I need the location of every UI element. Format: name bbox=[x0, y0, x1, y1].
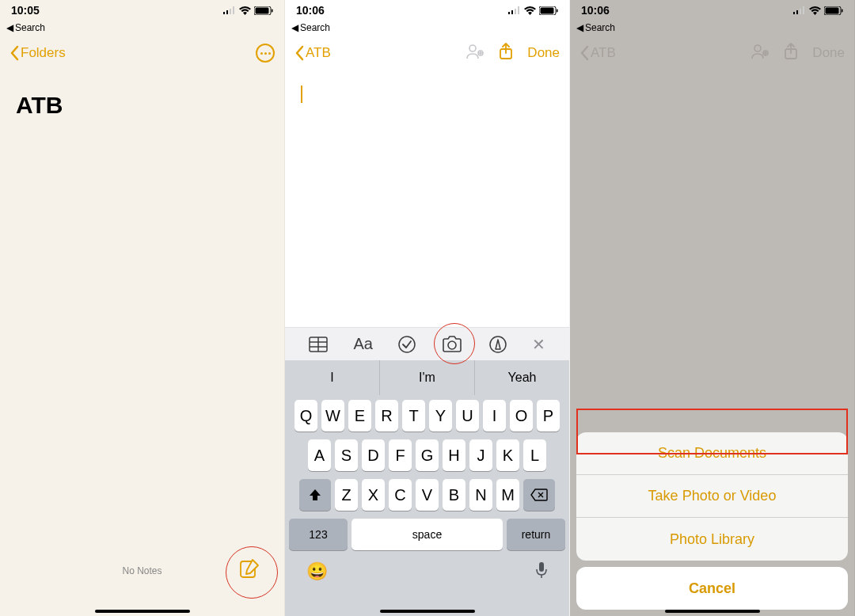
back-to-search[interactable]: ◀ Search bbox=[0, 21, 284, 36]
key-k[interactable]: K bbox=[496, 439, 519, 471]
key-n[interactable]: N bbox=[469, 479, 492, 511]
action-sheet-group: Scan Documents Take Photo or Video Photo… bbox=[576, 432, 848, 561]
key-z[interactable]: Z bbox=[335, 479, 358, 511]
key-t[interactable]: T bbox=[402, 400, 425, 432]
key-s[interactable]: S bbox=[335, 439, 358, 471]
svg-rect-27 bbox=[793, 12, 795, 14]
table-icon[interactable] bbox=[309, 337, 328, 352]
svg-point-15 bbox=[469, 45, 476, 51]
key-e[interactable]: E bbox=[348, 400, 371, 432]
nav-bar: ATB Done bbox=[285, 36, 569, 70]
key-m[interactable]: M bbox=[496, 479, 519, 511]
back-label: Search bbox=[15, 22, 45, 33]
back-triangle-icon: ◀ bbox=[291, 22, 298, 33]
key-c[interactable]: C bbox=[389, 479, 412, 511]
svg-rect-33 bbox=[842, 9, 843, 12]
more-button[interactable] bbox=[256, 44, 275, 63]
chevron-left-icon bbox=[580, 45, 589, 61]
status-bar: 10:06 bbox=[570, 0, 854, 21]
svg-rect-30 bbox=[803, 6, 804, 14]
nav-back-button: ATB bbox=[580, 45, 616, 61]
key-h[interactable]: H bbox=[443, 439, 466, 471]
key-x[interactable]: X bbox=[362, 479, 385, 511]
back-label: Search bbox=[585, 22, 615, 33]
svg-point-22 bbox=[399, 337, 415, 352]
key-r[interactable]: R bbox=[375, 400, 398, 432]
cellular-icon bbox=[793, 6, 806, 14]
camera-icon[interactable] bbox=[441, 336, 463, 353]
keyboard-row-1: Q W E R T Y U I O P bbox=[287, 400, 567, 432]
suggestion-2[interactable]: I'm bbox=[380, 360, 475, 395]
done-button[interactable]: Done bbox=[527, 45, 560, 61]
key-w[interactable]: W bbox=[321, 400, 344, 432]
scan-documents-button[interactable]: Scan Documents bbox=[576, 432, 848, 475]
key-v[interactable]: V bbox=[416, 479, 439, 511]
key-d[interactable]: D bbox=[362, 439, 385, 471]
key-g[interactable]: G bbox=[416, 439, 439, 471]
compose-button[interactable] bbox=[230, 549, 268, 587]
key-p[interactable]: P bbox=[537, 400, 560, 432]
svg-point-24 bbox=[490, 337, 506, 352]
cancel-button[interactable]: Cancel bbox=[576, 567, 848, 610]
nav-back-button[interactable]: Folders bbox=[10, 45, 66, 61]
wifi-icon bbox=[239, 6, 251, 15]
collaborate-icon bbox=[750, 44, 770, 63]
status-bar: 10:05 bbox=[0, 0, 284, 21]
nav-back-button[interactable]: ATB bbox=[294, 45, 331, 61]
take-photo-button[interactable]: Take Photo or Video bbox=[576, 475, 848, 518]
svg-rect-5 bbox=[256, 7, 269, 13]
key-l[interactable]: L bbox=[523, 439, 546, 471]
keyboard-suggestions: I I'm Yeah bbox=[285, 360, 569, 395]
status-icons bbox=[793, 6, 843, 15]
keyboard: Q W E R T Y U I O P A S D F G H J K L Z … bbox=[285, 395, 569, 616]
note-editor[interactable] bbox=[285, 70, 569, 323]
battery-icon bbox=[539, 6, 558, 15]
home-indicator[interactable] bbox=[665, 610, 760, 613]
checklist-icon[interactable] bbox=[398, 336, 416, 353]
key-b[interactable]: B bbox=[443, 479, 466, 511]
format-icon[interactable]: Aa bbox=[353, 335, 372, 353]
markup-icon[interactable] bbox=[489, 336, 507, 353]
key-o[interactable]: O bbox=[510, 400, 533, 432]
status-time: 10:06 bbox=[296, 4, 325, 17]
key-backspace[interactable] bbox=[523, 479, 555, 511]
battery-icon bbox=[824, 6, 843, 15]
key-q[interactable]: Q bbox=[294, 400, 317, 432]
back-to-search[interactable]: ◀ Search bbox=[285, 21, 569, 36]
share-icon[interactable] bbox=[499, 43, 513, 63]
emoji-button[interactable]: 😀 bbox=[306, 561, 328, 584]
key-i[interactable]: I bbox=[483, 400, 506, 432]
key-shift[interactable] bbox=[299, 479, 331, 511]
key-numbers[interactable]: 123 bbox=[289, 519, 348, 550]
photo-library-button[interactable]: Photo Library bbox=[576, 518, 848, 561]
dot-icon bbox=[268, 52, 271, 55]
key-u[interactable]: U bbox=[456, 400, 479, 432]
key-a[interactable]: A bbox=[308, 439, 331, 471]
back-to-search: ◀ Search bbox=[570, 21, 854, 36]
dismiss-toolbar-icon[interactable]: ✕ bbox=[532, 335, 545, 354]
dot-icon bbox=[264, 52, 267, 55]
dictation-button[interactable] bbox=[535, 561, 548, 584]
chevron-left-icon bbox=[294, 45, 304, 61]
nav-back-label: Folders bbox=[21, 45, 66, 61]
key-y[interactable]: Y bbox=[429, 400, 452, 432]
home-indicator[interactable] bbox=[95, 610, 190, 613]
svg-rect-1 bbox=[226, 10, 228, 14]
key-space[interactable]: space bbox=[352, 519, 503, 550]
collaborate-icon[interactable] bbox=[466, 44, 484, 63]
svg-rect-10 bbox=[515, 9, 516, 14]
dot-icon bbox=[260, 52, 263, 55]
home-indicator[interactable] bbox=[380, 610, 475, 613]
suggestion-1[interactable]: I bbox=[285, 360, 380, 395]
share-icon bbox=[784, 43, 798, 63]
empty-state-text: No Notes bbox=[122, 565, 162, 576]
key-return[interactable]: return bbox=[507, 519, 565, 550]
suggestion-3[interactable]: Yeah bbox=[475, 360, 569, 395]
svg-rect-29 bbox=[800, 9, 801, 14]
key-f[interactable]: F bbox=[389, 439, 412, 471]
back-label: Search bbox=[300, 22, 330, 33]
wifi-icon bbox=[809, 6, 821, 15]
key-j[interactable]: J bbox=[469, 439, 492, 471]
wifi-icon bbox=[524, 6, 536, 15]
svg-rect-28 bbox=[796, 10, 798, 14]
